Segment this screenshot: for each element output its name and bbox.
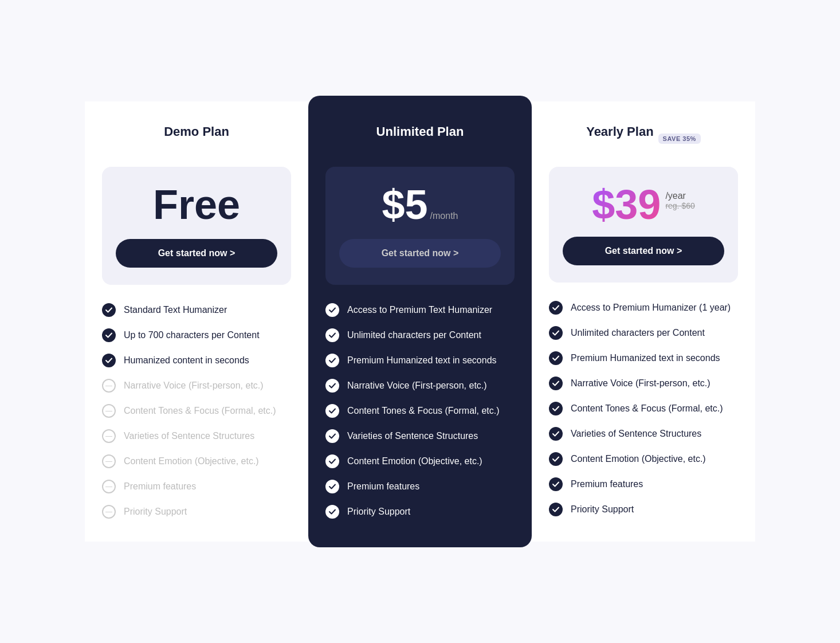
yearly-features-list: Access to Premium Humanizer (1 year) Unl… (549, 301, 738, 516)
check-icon (325, 354, 339, 367)
list-item: Content Tones & Focus (Formal, etc.) (325, 404, 515, 418)
list-item: Narrative Voice (First-person, etc.) (549, 377, 738, 390)
dash-icon (102, 454, 116, 468)
dash-icon (102, 379, 116, 393)
dash-icon (102, 429, 116, 443)
list-item: Premium features (102, 480, 291, 493)
check-icon (549, 326, 563, 340)
yearly-cta-button[interactable]: Get started now > (563, 237, 724, 265)
demo-features-list: Standard Text Humanizer Up to 700 charac… (102, 303, 291, 519)
check-icon (325, 505, 339, 519)
check-icon (549, 402, 563, 415)
list-item: Content Tones & Focus (Formal, etc.) (102, 404, 291, 418)
unlimited-cta-button[interactable]: Get started now > (339, 239, 501, 268)
check-icon (325, 328, 339, 342)
demo-plan-title: Demo Plan (164, 124, 229, 139)
yearly-plan-column: Yearly Plan SAVE 35% $39 /year reg. $60 … (532, 101, 755, 542)
check-icon (102, 303, 116, 317)
list-item: Premium Humanized text in seconds (325, 354, 515, 367)
list-item: Narrative Voice (First-person, etc.) (102, 379, 291, 393)
unlimited-plan-column: Unlimited Plan $5 /month Get started now… (308, 96, 532, 547)
check-icon (325, 480, 339, 493)
list-item: Humanized content in seconds (102, 354, 291, 367)
list-item: Varieties of Sentence Structures (325, 429, 515, 443)
demo-cta-button[interactable]: Get started now > (116, 239, 277, 268)
check-icon (549, 452, 563, 466)
unlimited-plan-title: Unlimited Plan (376, 124, 464, 139)
list-item: Up to 700 characters per Content (102, 328, 291, 342)
check-icon (549, 301, 563, 315)
list-item: Varieties of Sentence Structures (102, 429, 291, 443)
unlimited-price-period: /month (430, 211, 458, 221)
unlimited-features-list: Access to Premium Text Humanizer Unlimit… (325, 303, 515, 519)
list-item: Narrative Voice (First-person, etc.) (325, 379, 515, 393)
list-item: Varieties of Sentence Structures (549, 427, 738, 441)
list-item: Premium features (325, 480, 515, 493)
check-icon (325, 404, 339, 418)
demo-price-card: Free Get started now > (102, 167, 291, 285)
yearly-price-card: $39 /year reg. $60 Get started now > (549, 167, 738, 283)
check-icon (549, 503, 563, 516)
list-item: Unlimited characters per Content (325, 328, 515, 342)
unlimited-price-card: $5 /month Get started now > (325, 167, 515, 285)
yearly-plan-title: Yearly Plan (586, 124, 653, 139)
yearly-price-period: /year (665, 191, 686, 201)
list-item: Standard Text Humanizer (102, 303, 291, 317)
check-icon (325, 429, 339, 443)
list-item: Unlimited characters per Content (549, 326, 738, 340)
check-icon (102, 328, 116, 342)
list-item: Priority Support (549, 503, 738, 516)
list-item: Premium features (549, 477, 738, 491)
list-item: Content Emotion (Objective, etc.) (549, 452, 738, 466)
check-icon (549, 351, 563, 365)
check-icon (325, 454, 339, 468)
list-item: Content Emotion (Objective, etc.) (102, 454, 291, 468)
dash-icon (102, 404, 116, 418)
check-icon (549, 477, 563, 491)
demo-plan-column: Demo Plan Free Get started now > Standar… (85, 101, 308, 542)
yearly-price-amount: $39 (592, 184, 661, 225)
list-item: Content Emotion (Objective, etc.) (325, 454, 515, 468)
list-item: Priority Support (325, 505, 515, 519)
unlimited-price-amount: $5 (382, 184, 427, 225)
list-item: Access to Premium Text Humanizer (325, 303, 515, 317)
check-icon (102, 354, 116, 367)
list-item: Access to Premium Humanizer (1 year) (549, 301, 738, 315)
check-icon (549, 427, 563, 441)
dash-icon (102, 480, 116, 493)
check-icon (325, 303, 339, 317)
pricing-container: Demo Plan Free Get started now > Standar… (76, 101, 764, 542)
list-item: Premium Humanized text in seconds (549, 351, 738, 365)
save-badge: SAVE 35% (658, 134, 701, 144)
check-icon (325, 379, 339, 393)
list-item: Priority Support (102, 505, 291, 519)
list-item: Content Tones & Focus (Formal, etc.) (549, 402, 738, 415)
demo-price-display: Free (116, 184, 277, 225)
dash-icon (102, 505, 116, 519)
yearly-reg-price: reg. $60 (665, 201, 694, 210)
check-icon (549, 377, 563, 390)
